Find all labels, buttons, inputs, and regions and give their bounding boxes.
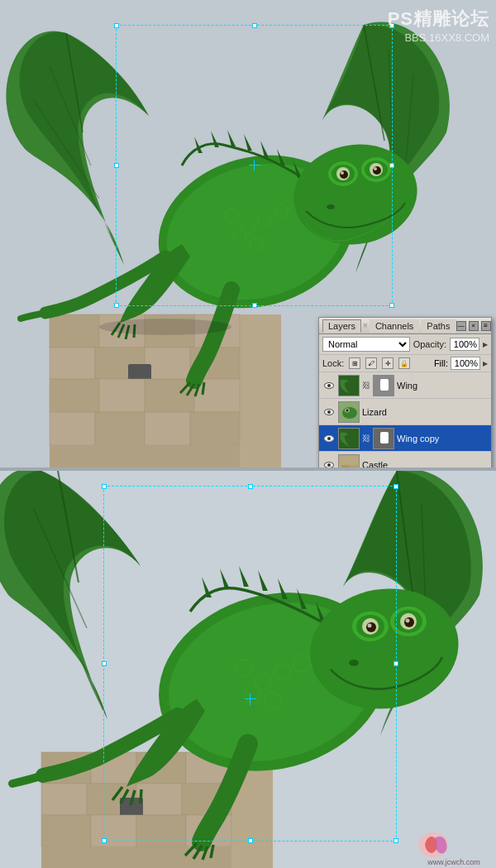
svg-rect-2 xyxy=(50,314,99,348)
layer-visibility-wing[interactable] xyxy=(322,379,336,392)
lock-fill-row: Lock: ⊞ 🖊 ✛ 🔒 Fill: 100% ▶ xyxy=(319,355,491,372)
layer-item-lizard[interactable]: Lizard xyxy=(319,399,491,425)
svg-rect-60 xyxy=(136,784,182,815)
panel-controls: — × ≡ xyxy=(456,321,491,331)
panel-titlebar: Layers × Channels Paths — × ≡ xyxy=(319,318,491,334)
fill-value[interactable]: 100% xyxy=(451,357,480,370)
svg-point-45 xyxy=(346,409,349,411)
svg-point-26 xyxy=(340,170,348,179)
svg-point-31 xyxy=(373,166,381,175)
layer-name-wing: Wing xyxy=(397,381,488,391)
layer-name-castle: Castle xyxy=(362,460,488,468)
svg-point-81 xyxy=(349,659,359,666)
svg-rect-17 xyxy=(145,412,190,445)
panel-minimize[interactable]: — xyxy=(456,321,466,331)
bottom-illustration xyxy=(0,471,496,868)
svg-point-40 xyxy=(99,319,231,335)
svg-point-75 xyxy=(368,624,372,628)
blend-opacity-row: Normal Opacity: 100% ▶ xyxy=(319,334,491,355)
lock-transparent-icon[interactable]: ⊞ xyxy=(349,357,360,369)
opacity-arrow[interactable]: ▶ xyxy=(483,341,488,348)
svg-rect-50 xyxy=(349,465,358,468)
svg-rect-11 xyxy=(50,379,99,412)
layer-mask-wing-copy xyxy=(373,428,394,449)
svg-rect-49 xyxy=(341,465,349,468)
blend-mode-select[interactable]: Normal xyxy=(322,337,410,352)
panel-menu[interactable]: ≡ xyxy=(481,321,491,331)
svg-rect-8 xyxy=(145,348,190,379)
svg-rect-18 xyxy=(190,412,240,445)
layer-thumb-castle xyxy=(338,454,360,468)
svg-rect-19 xyxy=(50,445,240,468)
layer-chain-wing: ⛓ xyxy=(362,375,370,396)
lock-all-icon[interactable]: 🔒 xyxy=(398,357,410,369)
tab-layers[interactable]: Layers xyxy=(322,319,361,333)
fill-arrow[interactable]: ▶ xyxy=(483,360,488,367)
svg-rect-15 xyxy=(50,412,95,445)
layer-visibility-lizard[interactable] xyxy=(322,405,336,419)
layer-item-castle[interactable]: Castle xyxy=(319,452,491,468)
layer-chain-wing-copy: ⛓ xyxy=(362,428,370,449)
layer-mask-wing xyxy=(373,375,394,396)
svg-point-74 xyxy=(366,622,376,632)
layer-item-wing-copy[interactable]: ⛓ Wing copy xyxy=(319,425,491,452)
svg-point-79 xyxy=(404,617,414,627)
tab-channels[interactable]: Channels xyxy=(370,319,419,333)
layer-item-wing[interactable]: ⛓ Wing xyxy=(319,372,491,399)
bottom-canvas: www.jcwch.com xyxy=(0,471,496,868)
layer-visibility-castle[interactable] xyxy=(322,458,336,468)
svg-rect-63 xyxy=(41,815,91,846)
svg-rect-65 xyxy=(136,815,186,846)
svg-point-33 xyxy=(327,204,335,209)
logo-bottom: www.jcwch.com xyxy=(417,828,491,866)
layer-thumb-lizard xyxy=(338,401,360,423)
panel-close[interactable]: × xyxy=(469,321,479,331)
svg-rect-64 xyxy=(91,815,136,846)
layer-name-lizard: Lizard xyxy=(362,407,488,417)
opacity-row: Opacity: 100% ▶ xyxy=(413,338,488,351)
svg-point-27 xyxy=(341,171,344,175)
svg-rect-58 xyxy=(41,784,87,815)
layer-visibility-wing-copy[interactable] xyxy=(322,432,336,445)
svg-point-32 xyxy=(374,167,377,170)
layer-thumb-wing xyxy=(338,375,360,396)
svg-rect-16 xyxy=(95,412,145,445)
top-canvas: PS精雕论坛 BBS.16XX8.COM Layers × Channels P… xyxy=(0,0,496,468)
tab-paths[interactable]: Paths xyxy=(421,319,455,333)
svg-rect-12 xyxy=(99,379,145,412)
layer-thumb-wing-copy xyxy=(338,428,360,449)
svg-point-43 xyxy=(342,407,357,419)
layers-panel: Layers × Channels Paths — × ≡ Normal Opa… xyxy=(318,317,492,468)
svg-point-80 xyxy=(406,619,410,623)
logo-url: www.jcwch.com xyxy=(417,858,491,866)
layer-name-wing-copy: Wing copy xyxy=(397,434,488,444)
opacity-value[interactable]: 100% xyxy=(450,338,479,351)
panel-tabs: Layers × Channels Paths xyxy=(322,319,456,333)
opacity-label: Opacity: xyxy=(413,339,446,349)
lock-label: Lock: xyxy=(322,358,344,368)
fill-label: Fill: xyxy=(434,358,448,368)
lock-position-icon[interactable]: ✛ xyxy=(382,357,393,369)
svg-rect-6 xyxy=(50,348,95,379)
lock-pixels-icon[interactable]: 🖊 xyxy=(365,357,377,369)
